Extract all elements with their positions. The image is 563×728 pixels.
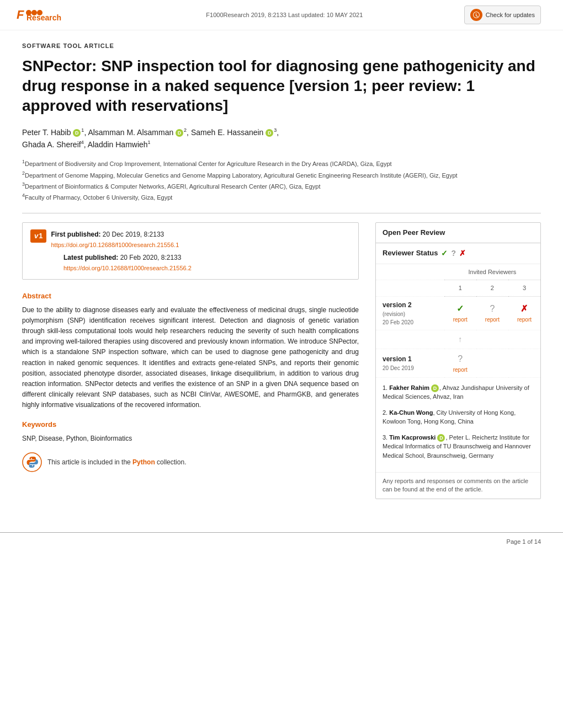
status-question-icon: ? bbox=[451, 248, 456, 259]
version1-date: 20 Dec 2019 bbox=[378, 364, 442, 372]
reviewer-col-1: 1 bbox=[444, 280, 476, 297]
right-column: Open Peer Review Reviewer Status ✓ ? ✗ bbox=[375, 222, 541, 499]
abstract-title: Abstract bbox=[22, 291, 359, 302]
v2-r3-report[interactable]: report bbox=[511, 315, 538, 324]
version-badge: v 1 bbox=[30, 229, 46, 243]
python-text-after: collection. bbox=[157, 458, 186, 466]
reviewer-list: 1. Fakher Rahim D, Ahvaz Jundishapur Uni… bbox=[376, 378, 540, 473]
check-updates-label: Check for updates bbox=[486, 12, 535, 18]
abstract-text: Due to the ability to diagnose diseases … bbox=[22, 305, 359, 411]
v1-reviewer-2 bbox=[476, 349, 508, 377]
reviewer-item-1: 1. Fakher Rahim D, Ahvaz Jundishapur Uni… bbox=[383, 383, 534, 402]
left-column: v 1 First published: 20 Dec 2019, 8:2133… bbox=[22, 222, 359, 499]
peer-review-box: Open Peer Review Reviewer Status ✓ ? ✗ bbox=[375, 222, 541, 499]
peer-review-footer-note: Any reports and responses or comments on… bbox=[376, 472, 540, 499]
version-badge-num: 1 bbox=[39, 231, 43, 242]
reviewer-1-name: Fakher Rahim bbox=[389, 384, 429, 391]
logo-svg: F Research bbox=[17, 7, 105, 23]
version2-label: version 2 bbox=[378, 300, 442, 310]
v2-reviewer-3: ✗ report bbox=[508, 296, 540, 330]
version2-note: (revision)20 Feb 2020 bbox=[378, 310, 442, 326]
orcid-icon-3: D bbox=[265, 129, 273, 137]
v1-r1-question: ? bbox=[447, 352, 474, 366]
reviewer-col-2: 2 bbox=[476, 280, 508, 297]
python-logo-icon bbox=[22, 452, 42, 472]
reviewer-2-name: Ka-Chun Wong bbox=[389, 409, 433, 416]
header-bar: F Research F1000Research 2019, 8:2133 La… bbox=[0, 0, 563, 30]
svg-text:F: F bbox=[17, 8, 24, 22]
check-updates-button[interactable]: Check for updates bbox=[464, 6, 541, 24]
two-col-layout: v 1 First published: 20 Dec 2019, 8:2133… bbox=[22, 222, 541, 499]
reviewer-3-name: Tim Kacprowski bbox=[389, 434, 435, 441]
reviewer-1-orcid: D bbox=[431, 384, 439, 392]
check-updates-icon bbox=[470, 9, 482, 21]
version-badge-v: v bbox=[34, 231, 38, 242]
latest-published-doi[interactable]: https://doi.org/10.12688/f1000research.2… bbox=[63, 264, 350, 273]
invited-reviewers-header: Invited Reviewers bbox=[444, 264, 540, 280]
version-box: v 1 First published: 20 Dec 2019, 8:2133… bbox=[22, 222, 359, 280]
reviewer-2-num: 2. bbox=[383, 409, 389, 416]
v2-reviewer-1: ✓ report bbox=[444, 296, 476, 330]
page-number: Page 1 of 14 bbox=[507, 537, 541, 547]
python-collection-text: This article is included in the Python c… bbox=[47, 457, 186, 467]
first-published-label: First published: bbox=[51, 231, 100, 238]
reviewer-3-num: 3. bbox=[383, 434, 389, 441]
v2-r1-report[interactable]: report bbox=[447, 315, 474, 324]
version-1-row: version 1 20 Dec 2019 ? report bbox=[376, 349, 540, 377]
affiliations: 1Department of Biodiversity and Crop Imp… bbox=[22, 158, 541, 202]
latest-published-label: Latest published: bbox=[63, 254, 118, 261]
peer-review-header: Open Peer Review bbox=[376, 223, 540, 243]
reviewer-item-2: 2. Ka-Chun Wong, City University of Hong… bbox=[383, 408, 534, 426]
reviewers-table: Invited Reviewers 1 2 3 bbox=[376, 264, 540, 378]
v2-r2-report[interactable]: report bbox=[479, 315, 506, 324]
arrow-row: ↑ bbox=[376, 330, 540, 349]
article-type: SOFTWARE TOOL ARTICLE bbox=[22, 41, 541, 51]
first-published-date: 20 Dec 2019, 8:2133 bbox=[103, 231, 164, 238]
orcid-icon-2: D bbox=[176, 129, 183, 137]
reviewer-3-orcid: D bbox=[437, 434, 445, 442]
python-collection-box: This article is included in the Python c… bbox=[22, 452, 359, 472]
reviewer-status-label: Reviewer Status bbox=[383, 248, 438, 259]
reviewer-col-3: 3 bbox=[508, 280, 540, 297]
article-title: SNPector: SNP inspection tool for diagno… bbox=[22, 56, 541, 116]
v2-r3-x: ✗ bbox=[511, 302, 538, 315]
keywords-text: SNP, Disease, Python, Bioinformatics bbox=[22, 433, 359, 443]
v2-r1-check: ✓ bbox=[447, 302, 474, 315]
up-arrow-icon: ↑ bbox=[458, 335, 462, 344]
reviewer-item-3: 3. Tim Kacprowski D, Peter L. Reichertz … bbox=[383, 433, 534, 461]
latest-published-date: 20 Feb 2020, 8:2133 bbox=[120, 254, 182, 261]
v1-reviewer-3 bbox=[508, 349, 540, 377]
status-x-icon: ✗ bbox=[459, 248, 466, 259]
v2-reviewer-2: ? report bbox=[476, 296, 508, 330]
v2-r2-question: ? bbox=[479, 302, 506, 315]
status-check-icon: ✓ bbox=[441, 248, 448, 259]
reviewer-status-row: Reviewer Status ✓ ? ✗ bbox=[376, 243, 540, 264]
divider bbox=[22, 213, 541, 213]
authors: Peter T. Habib D1, Alsamman M. Alsamman … bbox=[22, 126, 541, 151]
page: F Research F1000Research 2019, 8:2133 La… bbox=[0, 0, 563, 728]
svg-point-5 bbox=[23, 453, 41, 472]
header-meta: F1000Research 2019, 8:2133 Last updated:… bbox=[206, 10, 363, 20]
first-published-doi[interactable]: https://doi.org/10.12688/f1000research.2… bbox=[51, 240, 179, 250]
version-first-published: v 1 First published: 20 Dec 2019, 8:2133… bbox=[30, 229, 350, 250]
page-footer: Page 1 of 14 bbox=[0, 532, 563, 551]
python-text-before: This article is included in the bbox=[47, 458, 131, 466]
v1-r1-report[interactable]: report bbox=[447, 366, 474, 374]
version1-label: version 1 bbox=[378, 354, 442, 364]
v1-reviewer-1: ? report bbox=[444, 349, 476, 377]
svg-text:Research: Research bbox=[26, 13, 61, 22]
main-content: SOFTWARE TOOL ARTICLE SNPector: SNP insp… bbox=[0, 30, 563, 516]
reviewer-1-num: 1. bbox=[383, 384, 389, 391]
keywords-title: Keywords bbox=[22, 419, 359, 430]
python-link[interactable]: Python bbox=[132, 458, 155, 466]
orcid-icon-1: D bbox=[73, 129, 81, 137]
version-2-row: version 2 (revision)20 Feb 2020 ✓ report… bbox=[376, 296, 540, 330]
arrow-cell: ↑ bbox=[444, 330, 476, 349]
logo: F Research bbox=[17, 7, 105, 23]
